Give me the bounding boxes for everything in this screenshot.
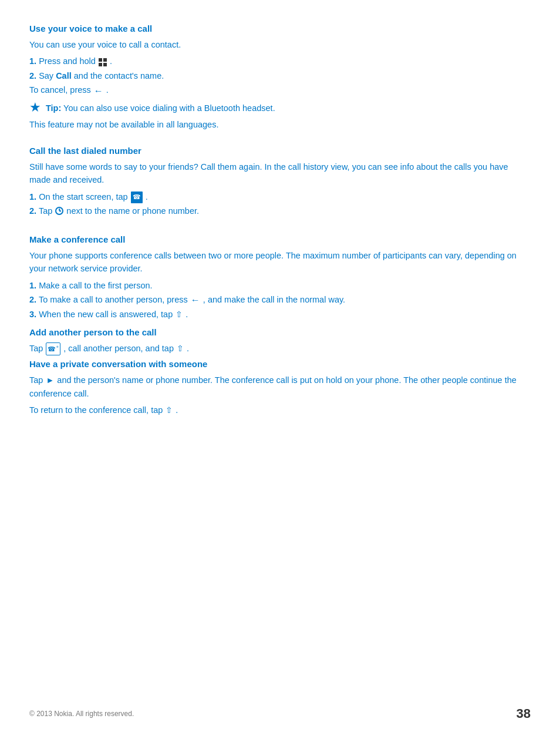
add-call-icon: ☎+ — [46, 342, 60, 355]
conference-step3: 3. When the new call is answered, tap ⇧ … — [29, 308, 531, 321]
step3-num: 3. — [29, 310, 36, 319]
page-content: Use your voice to make a call You can us… — [0, 0, 560, 469]
step1-num: 1. — [29, 56, 36, 66]
last-dialed-intro: Still have some words to say to your fri… — [29, 160, 531, 187]
tip-text: Tip: You can also use voice dialing with… — [46, 102, 275, 115]
last-dialed-step1: 1. On the start screen, tap ☎ . — [29, 190, 531, 203]
private-text2: and the person's name or phone number. T… — [29, 375, 517, 398]
section-voice-call: Use your voice to make a call You can us… — [29, 23, 531, 129]
voice-call-intro: You can use your voice to call a contact… — [29, 38, 531, 51]
private-tap: Tap — [29, 375, 45, 385]
voice-call-cancel: To cancel, press ← . — [29, 83, 531, 96]
cancel-suffix: . — [106, 85, 109, 95]
merge-icon-2: ⇧ — [177, 342, 184, 355]
add-person-text2: , call another person, and tap — [63, 344, 176, 353]
return-text: To return to the conference call, tap — [29, 405, 165, 415]
private-conv-title: Have a private conversation with someone — [29, 359, 531, 369]
feature-note: This feature may not be available in all… — [29, 120, 531, 129]
add-person-title: Add another person to the call — [29, 327, 531, 337]
subsection-private-conversation: Have a private conversation with someone… — [29, 359, 531, 418]
section-conference-call: Make a conference call Your phone suppor… — [29, 234, 531, 417]
step3-text: When the new call is answered, tap — [39, 310, 175, 319]
arrow-right-icon: ► — [46, 374, 54, 387]
return-suffix: . — [176, 405, 178, 415]
page-footer: © 2013 Nokia. All rights reserved. 38 — [29, 706, 531, 721]
conference-step2: 2. To make a call to another person, pre… — [29, 293, 531, 306]
subsection-add-person: Add another person to the call Tap ☎+ , … — [29, 327, 531, 355]
merge-icon: ⇧ — [176, 308, 183, 321]
merge-icon-3: ⇧ — [166, 404, 173, 417]
windows-icon — [99, 58, 107, 66]
step2-text: To make a call to another person, press — [39, 295, 190, 304]
step2-text: Tap — [39, 206, 55, 216]
step2-num: 2. — [29, 71, 36, 80]
add-person-text3: . — [187, 344, 189, 353]
add-person-tap: Tap — [29, 344, 45, 353]
back-icon: ← — [94, 86, 103, 96]
conference-step1: 1. Make a call to the first person. — [29, 279, 531, 292]
private-return-text: To return to the conference call, tap ⇧ … — [29, 404, 531, 417]
add-person-text: Tap ☎+ , call another person, and tap ⇧ … — [29, 342, 531, 355]
history-icon — [55, 207, 63, 215]
section-conference-call-title: Make a conference call — [29, 234, 531, 244]
voice-call-step1: 1. Press and hold . — [29, 55, 531, 68]
step3-suffix: . — [185, 310, 188, 319]
step2-num: 2. — [29, 295, 36, 304]
step1-text: Press and hold — [39, 56, 98, 66]
step1-text: On the start screen, tap — [39, 192, 130, 201]
step2-text: Say Call and the contact's name. — [39, 71, 164, 80]
star-icon: ★ — [29, 100, 41, 115]
page-number: 38 — [517, 706, 531, 721]
tip-box: ★ Tip: You can also use voice dialing wi… — [29, 102, 531, 115]
step1-num: 1. — [29, 281, 36, 290]
step1-suffix: . — [110, 56, 112, 66]
step1-num: 1. — [29, 192, 36, 201]
private-conv-text: Tap ► and the person's name or phone num… — [29, 374, 531, 400]
step1-text: Make a call to the first person. — [39, 281, 152, 290]
phone-tile-icon: ☎ — [131, 192, 143, 203]
section-last-dialed-title: Call the last dialed number — [29, 146, 531, 156]
section-last-dialed: Call the last dialed number Still have s… — [29, 146, 531, 218]
voice-call-step2: 2. Say Call and the contact's name. — [29, 69, 531, 82]
back-icon-2: ← — [191, 295, 200, 305]
cancel-text: To cancel, press — [29, 85, 93, 95]
step2-suffix: next to the name or phone number. — [66, 206, 199, 216]
copyright: © 2013 Nokia. All rights reserved. — [29, 710, 134, 718]
last-dialed-step2: 2. Tap next to the name or phone number. — [29, 204, 531, 217]
conference-call-intro: Your phone supports conference calls bet… — [29, 249, 531, 276]
step2-suffix: , and make the call in the normal way. — [203, 295, 345, 304]
step1-suffix: . — [146, 192, 148, 201]
section-voice-call-title: Use your voice to make a call — [29, 23, 531, 33]
step2-num: 2. — [29, 206, 36, 216]
